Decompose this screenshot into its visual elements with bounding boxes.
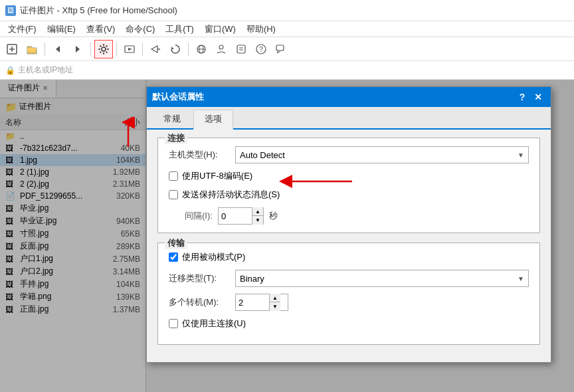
- passive-checkbox[interactable]: [169, 252, 178, 262]
- master-conn-checkbox[interactable]: [169, 319, 178, 328]
- settings-button[interactable]: [94, 40, 113, 58]
- svg-marker-18: [171, 47, 174, 49]
- svg-marker-3: [56, 46, 60, 52]
- back-button[interactable]: [48, 40, 67, 58]
- dropdown-arrow-icon: ▼: [518, 151, 524, 159]
- passive-label[interactable]: 使用被动模式(P): [182, 251, 245, 263]
- menu-edit[interactable]: 编辑(E): [42, 22, 81, 37]
- toolbar-separator-2: [90, 43, 91, 56]
- svg-text:?: ?: [259, 46, 263, 53]
- svg-point-9: [107, 48, 108, 49]
- svg-point-22: [219, 45, 223, 49]
- multi-spin-down-button[interactable]: ▼: [270, 302, 280, 311]
- svg-point-8: [98, 48, 100, 49]
- svg-point-11: [106, 51, 107, 52]
- toolbar-separator-1: [45, 43, 45, 56]
- migration-type-value: Binary: [240, 274, 518, 284]
- new-session-button[interactable]: [3, 40, 21, 58]
- connection-section-label: 连接: [165, 132, 187, 144]
- svg-rect-23: [237, 45, 245, 53]
- host-type-label: 主机类型(H):: [169, 149, 235, 161]
- multi-transfer-spinbox[interactable]: ▲ ▼: [235, 294, 288, 311]
- host-type-dropdown[interactable]: Auto Detect ▼: [235, 146, 529, 163]
- dialog-close-button[interactable]: ✕: [531, 90, 545, 104]
- keepalive-checkbox[interactable]: [169, 190, 178, 199]
- svg-point-6: [103, 44, 104, 45]
- host-type-control: Auto Detect ▼: [235, 146, 529, 163]
- main-layout: 证件图片 ✕ 📁 证件图片 名称 大小 📁..🖼-7b321c623d7...4…: [0, 80, 574, 392]
- menu-file[interactable]: 文件(F): [3, 22, 42, 37]
- dialog-default-session: 默认会话属性 ? ✕ 常规 选项 连接 主机类型(H): Auto Detect…: [146, 86, 551, 363]
- utf8-checkbox[interactable]: [169, 171, 178, 181]
- multi-transfer-input[interactable]: [236, 294, 269, 310]
- tab-options[interactable]: 选项: [193, 110, 233, 130]
- svg-marker-4: [76, 46, 80, 52]
- svg-rect-28: [276, 45, 284, 50]
- interval-unit: 秒: [269, 210, 278, 222]
- dialog-tabs: 常规 选项: [147, 107, 551, 130]
- toolbar-separator-3: [116, 43, 117, 56]
- tab-general[interactable]: 常规: [152, 110, 192, 128]
- menu-tools[interactable]: 工具(T): [160, 22, 199, 37]
- migration-type-control: Binary ▼: [235, 270, 529, 287]
- question-button[interactable]: ?: [252, 40, 270, 58]
- svg-point-12: [106, 45, 107, 47]
- title-bar: 🖼 证件图片 - Xftp 5 (Free for Home/School): [0, 0, 574, 21]
- keepalive-label[interactable]: 发送保持活动状态消息(S): [182, 189, 280, 201]
- refresh-button[interactable]: [166, 40, 185, 58]
- master-conn-row: 仅使用主连接(U): [169, 318, 529, 330]
- address-placeholder: 主机名或IP地址: [18, 64, 73, 76]
- spin-up-button[interactable]: ▲: [252, 207, 263, 216]
- forward-button[interactable]: [68, 40, 87, 58]
- agent-button[interactable]: [212, 40, 231, 58]
- svg-marker-16: [151, 46, 157, 52]
- keepalive-row: 发送保持活动状态消息(S): [169, 189, 529, 201]
- speech-button[interactable]: [272, 40, 290, 58]
- utf8-label[interactable]: 使用UTF-8编码(E): [182, 170, 252, 182]
- toolbar: ?: [0, 37, 574, 61]
- address-bar: 🔒 主机名或IP地址: [0, 61, 574, 80]
- menu-bar: 文件(F) 编辑(E) 查看(V) 命令(C) 工具(T) 窗口(W) 帮助(H…: [0, 21, 574, 37]
- toolbar-separator-5: [188, 43, 189, 56]
- multi-spin-up-button[interactable]: ▲: [270, 294, 280, 302]
- dialog-help-button[interactable]: ?: [515, 90, 529, 104]
- connection-section: 连接 主机类型(H): Auto Detect ▼ 使用UTF-8编码(E): [157, 138, 540, 233]
- config-button[interactable]: [232, 40, 250, 58]
- master-conn-label[interactable]: 仅使用主连接(U): [182, 318, 246, 330]
- interval-row: 间隔(I): ▲ ▼ 秒: [185, 207, 529, 225]
- dialog-content: 连接 主机类型(H): Auto Detect ▼ 使用UTF-8编码(E): [147, 130, 551, 362]
- multi-transfer-label: 多个转机(M):: [169, 296, 235, 308]
- svg-point-10: [100, 45, 101, 47]
- transfer-section-label: 传输: [165, 237, 187, 249]
- host-type-row: 主机类型(H): Auto Detect ▼: [169, 146, 529, 163]
- globe-button[interactable]: [192, 40, 211, 58]
- migration-type-label: 迁移类型(T):: [169, 272, 235, 284]
- menu-help[interactable]: 帮助(H): [241, 22, 281, 37]
- open-button[interactable]: [23, 40, 41, 58]
- lock-icon: 🔒: [5, 66, 15, 75]
- svg-point-5: [102, 47, 106, 51]
- menu-window[interactable]: 窗口(W): [199, 22, 241, 37]
- utf8-row: 使用UTF-8编码(E): [169, 170, 529, 182]
- dialog-title: 默认会话属性: [152, 91, 514, 103]
- multi-spin-buttons: ▲ ▼: [269, 294, 280, 311]
- multi-transfer-control: ▲ ▼: [235, 294, 529, 311]
- interval-label: 间隔(I):: [185, 210, 213, 222]
- play-button[interactable]: [120, 40, 139, 58]
- svg-point-13: [100, 51, 101, 52]
- multi-transfer-row: 多个转机(M): ▲ ▼: [169, 294, 529, 311]
- migration-dropdown-arrow-icon: ▼: [518, 275, 524, 282]
- interval-spinbox[interactable]: ▲ ▼: [218, 207, 264, 225]
- migration-type-row: 迁移类型(T): Binary ▼: [169, 270, 529, 287]
- migration-type-dropdown[interactable]: Binary ▼: [235, 270, 529, 287]
- menu-view[interactable]: 查看(V): [81, 22, 120, 37]
- svg-marker-15: [128, 48, 132, 50]
- passive-row: 使用被动模式(P): [169, 251, 529, 263]
- window-title: 证件图片 - Xftp 5 (Free for Home/School): [20, 5, 177, 17]
- toolbar-separator-4: [142, 43, 143, 56]
- dialog-titlebar: 默认会话属性 ? ✕: [147, 87, 551, 107]
- spin-down-button[interactable]: ▼: [252, 216, 263, 225]
- arrow-right-button[interactable]: [146, 40, 165, 58]
- menu-command[interactable]: 命令(C): [120, 22, 160, 37]
- interval-input[interactable]: [219, 208, 252, 224]
